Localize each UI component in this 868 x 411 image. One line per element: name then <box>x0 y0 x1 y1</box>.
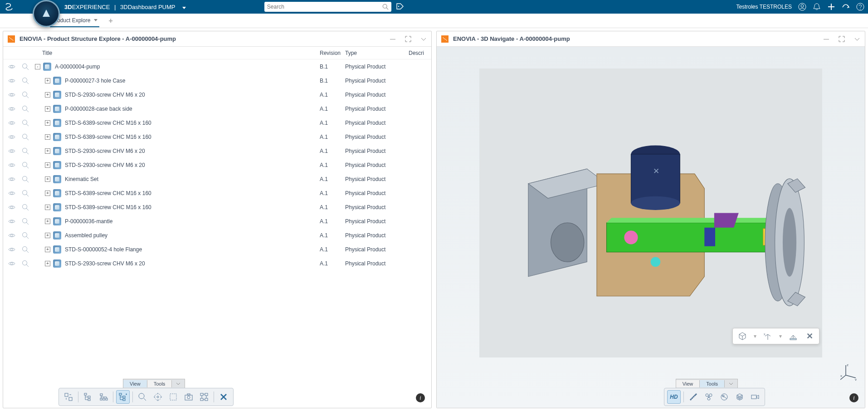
tab-view[interactable]: View <box>676 380 700 387</box>
tree-view-button[interactable] <box>81 390 95 404</box>
eye-icon[interactable] <box>8 246 16 253</box>
axis-triad[interactable]: z y x <box>840 362 858 381</box>
section-flip-icon[interactable] <box>788 331 798 341</box>
zoom-icon[interactable] <box>21 105 29 113</box>
section-cube-icon[interactable] <box>737 331 747 341</box>
tree-row[interactable]: +STD-S-6389-screw CHC M16 x 160A.1Physic… <box>3 200 431 214</box>
eye-icon[interactable] <box>8 105 16 113</box>
chevron-down-icon[interactable] <box>420 36 427 42</box>
eye-icon[interactable] <box>8 77 16 84</box>
minimize-icon[interactable]: — <box>390 36 396 42</box>
tree-row[interactable]: +Assembled pulleyA.1Physical Product <box>3 228 431 242</box>
chevron-down-icon[interactable] <box>94 19 98 21</box>
maximize-icon[interactable] <box>839 36 845 42</box>
info-button[interactable]: i <box>416 393 425 402</box>
expander-icon[interactable]: + <box>45 247 50 252</box>
expander-icon[interactable]: + <box>45 106 50 112</box>
grid-button[interactable] <box>733 390 746 404</box>
eye-icon[interactable] <box>8 232 16 239</box>
compass-icon[interactable] <box>33 0 60 27</box>
tree-row[interactable]: +P-00000028-case back sideA.1Physical Pr… <box>3 102 431 116</box>
chevron-down-icon[interactable] <box>172 380 185 387</box>
expander-icon[interactable]: + <box>45 148 50 154</box>
zoom-icon[interactable] <box>21 204 29 211</box>
tree-row[interactable]: -A-00000004-pumpB.1Physical Product <box>3 59 431 73</box>
compare-button[interactable] <box>197 390 211 404</box>
explode-button[interactable] <box>702 390 716 404</box>
eye-icon[interactable] <box>8 119 16 127</box>
search-box[interactable] <box>264 2 391 12</box>
zoom-icon[interactable] <box>21 176 29 183</box>
expander-icon[interactable]: + <box>45 176 50 182</box>
add-icon[interactable] <box>827 3 835 11</box>
minimize-icon[interactable]: — <box>823 36 829 42</box>
tree-row[interactable]: +STD-S-6389-screw CHC M16 x 160A.1Physic… <box>3 116 431 130</box>
search-icon[interactable] <box>382 4 389 10</box>
zoom-icon[interactable] <box>21 232 29 239</box>
zoom-icon[interactable] <box>21 246 29 253</box>
tree-row[interactable]: +STD-S-6389-screw CHC M16 x 160A.1Physic… <box>3 130 431 144</box>
tree-row[interactable]: +STD-S-6389-screw CHC M16 x 160A.1Physic… <box>3 186 431 200</box>
zoom-icon[interactable] <box>21 77 29 84</box>
section-axis-icon[interactable]: x <box>763 331 773 341</box>
dashboard-name[interactable]: 3DDashboard PUMP <box>120 4 175 10</box>
chevron-down-icon[interactable] <box>182 7 186 9</box>
tab-add-button[interactable]: + <box>108 17 112 25</box>
zoom-icon[interactable] <box>21 260 29 267</box>
eye-icon[interactable] <box>8 161 16 169</box>
tab-view[interactable]: View <box>123 380 147 387</box>
eye-icon[interactable] <box>8 176 16 183</box>
zoom-icon[interactable] <box>21 133 29 141</box>
tab-tools[interactable]: Tools <box>700 380 725 387</box>
eye-icon[interactable] <box>8 190 16 197</box>
col-type[interactable]: Type <box>345 50 409 56</box>
expander-icon[interactable]: + <box>45 233 50 238</box>
close-button[interactable] <box>217 390 230 404</box>
maximize-icon[interactable] <box>405 36 411 42</box>
tab-tools[interactable]: Tools <box>147 380 172 387</box>
col-description[interactable]: Descri <box>409 50 427 56</box>
expander-icon[interactable]: - <box>35 64 40 69</box>
zoom-icon[interactable] <box>21 161 29 169</box>
zoom-icon[interactable] <box>21 119 29 127</box>
share-icon[interactable] <box>842 3 850 11</box>
reframe-button[interactable] <box>151 390 165 404</box>
col-revision[interactable]: Revision <box>320 50 345 56</box>
zoom-icon[interactable] <box>21 63 29 70</box>
tag-icon[interactable] <box>396 3 404 11</box>
expander-icon[interactable]: + <box>45 191 50 196</box>
section-close-icon[interactable]: ✕ <box>805 331 814 341</box>
expander-icon[interactable]: + <box>45 78 50 83</box>
tree-row[interactable]: +STD-S-00000052-4 hole FlangeA.1Physical… <box>3 242 431 256</box>
tree-row[interactable]: +STD-S-2930-screw CHV M6 x 20A.1Physical… <box>3 256 431 270</box>
eye-icon[interactable] <box>8 133 16 141</box>
tree-row[interactable]: +STD-S-2930-screw CHV M6 x 20A.1Physical… <box>3 88 431 102</box>
hd-button[interactable]: HD <box>667 390 681 404</box>
expander-icon[interactable]: + <box>45 120 50 126</box>
camera-button[interactable] <box>748 390 762 404</box>
zoom-icon[interactable] <box>21 218 29 225</box>
measure-button[interactable] <box>687 390 700 404</box>
username-label[interactable]: Testroles TESTROLES <box>736 4 792 10</box>
expander-icon[interactable]: + <box>45 205 50 210</box>
tree-row[interactable]: +Kinematic SetA.1Physical Product <box>3 172 431 186</box>
select-button[interactable] <box>166 390 180 404</box>
zoom-icon[interactable] <box>21 147 29 155</box>
chevron-down-icon[interactable] <box>725 380 737 387</box>
ds-logo-icon[interactable] <box>4 1 15 12</box>
info-button[interactable]: i <box>849 393 858 402</box>
expander-icon[interactable]: + <box>45 162 50 168</box>
authoring-button[interactable] <box>62 390 75 404</box>
eye-icon[interactable] <box>8 260 16 267</box>
help-icon[interactable] <box>856 3 864 11</box>
3d-viewer[interactable]: ✕ ▾ x ▾ ✕ z y x <box>437 47 865 408</box>
expander-icon[interactable]: + <box>45 261 50 266</box>
flat-view-button[interactable] <box>97 390 110 404</box>
chevron-down-icon[interactable] <box>854 36 860 42</box>
expand-selection-button[interactable] <box>116 390 130 404</box>
tree-row[interactable]: +STD-S-2930-screw CHV M6 x 20A.1Physical… <box>3 144 431 158</box>
user-icon[interactable] <box>798 3 806 11</box>
section-button[interactable] <box>717 390 731 404</box>
notifications-icon[interactable] <box>813 3 821 11</box>
col-title[interactable]: Title <box>42 50 320 56</box>
